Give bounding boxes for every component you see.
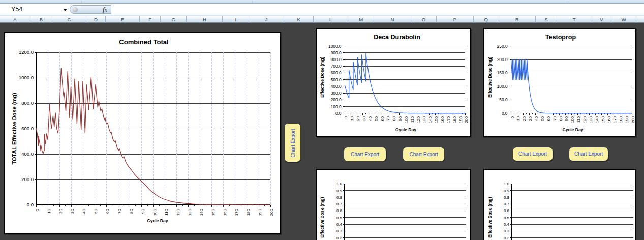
svg-text:200: 200 [464,116,469,123]
svg-text:TOTAL Effective Dose (mg): TOTAL Effective Dose (mg) [11,93,17,165]
svg-text:0.4: 0.4 [504,222,510,227]
svg-text:200: 200 [269,208,274,216]
svg-text:0.6: 0.6 [336,208,343,213]
svg-text:200: 200 [631,116,635,123]
svg-text:100.0: 100.0 [497,84,508,89]
svg-text:0.7: 0.7 [336,202,343,206]
svg-text:1000.0: 1000.0 [19,75,34,80]
svg-text:150: 150 [434,116,439,123]
svg-text:0.0: 0.0 [27,202,34,207]
svg-text:130: 130 [589,116,593,123]
svg-text:20: 20 [522,116,527,121]
svg-text:0.9: 0.9 [336,189,343,193]
svg-text:160: 160 [223,208,227,216]
svg-text:0: 0 [510,116,515,118]
svg-text:100: 100 [404,116,409,123]
svg-text:50.0: 50.0 [499,97,508,102]
svg-text:Effective Dose (mg): Effective Dose (mg) [487,197,493,237]
svg-text:100: 100 [570,116,575,123]
svg-text:0.0: 0.0 [335,111,342,116]
svg-text:50: 50 [540,116,545,121]
svg-text:80: 80 [559,116,563,121]
svg-text:10: 10 [350,116,354,121]
svg-text:20: 20 [58,208,63,213]
svg-text:160: 160 [440,116,445,123]
svg-text:0.5: 0.5 [504,216,510,220]
svg-text:600.0: 600.0 [331,70,342,75]
svg-text:90: 90 [398,116,403,121]
svg-text:Cycle Day: Cycle Day [147,218,168,223]
svg-text:140: 140 [428,116,433,123]
svg-text:190: 190 [625,116,629,123]
svg-text:700.0: 700.0 [331,64,342,69]
svg-text:150: 150 [211,208,216,216]
svg-text:40: 40 [368,116,373,121]
svg-text:200.0: 200.0 [497,57,508,62]
svg-text:Cycle Day: Cycle Day [562,127,583,132]
svg-text:70: 70 [553,116,557,121]
svg-text:0.4: 0.4 [336,222,343,227]
svg-text:30: 30 [70,208,75,213]
svg-text:0.6: 0.6 [504,208,510,213]
svg-text:130: 130 [188,208,192,216]
svg-text:Testoprop: Testoprop [545,34,576,41]
svg-text:150.0: 150.0 [497,70,508,75]
svg-text:0: 0 [35,208,40,211]
svg-text:150: 150 [601,116,605,123]
svg-text:0.7: 0.7 [504,202,510,206]
svg-text:1.0: 1.0 [336,182,343,186]
svg-text:50: 50 [374,116,379,121]
svg-text:1000.0: 1000.0 [328,44,342,49]
svg-text:80: 80 [392,116,396,121]
svg-text:400.0: 400.0 [331,84,342,89]
svg-text:Effective Dose (mg): Effective Dose (mg) [320,56,325,97]
svg-text:110: 110 [164,208,169,215]
svg-text:0.2: 0.2 [504,236,510,240]
svg-text:170: 170 [612,116,617,123]
svg-text:10: 10 [47,208,51,213]
svg-text:0.3: 0.3 [336,229,343,233]
svg-text:180: 180 [452,116,457,123]
svg-text:60: 60 [380,116,385,121]
svg-text:0: 0 [344,116,348,118]
svg-text:90: 90 [564,116,569,121]
svg-text:190: 190 [458,116,463,123]
svg-text:0.9: 0.9 [504,189,510,193]
svg-text:90: 90 [141,208,145,213]
svg-text:0.5: 0.5 [336,216,343,220]
svg-text:120: 120 [416,116,421,123]
svg-text:60: 60 [105,208,110,213]
svg-text:Deca Durabolin: Deca Durabolin [374,34,420,41]
svg-text:110: 110 [410,116,415,123]
svg-text:170: 170 [446,116,451,123]
svg-text:160: 160 [607,116,611,123]
svg-text:20: 20 [356,116,360,121]
svg-text:120: 120 [582,116,587,123]
svg-text:80: 80 [129,208,134,213]
svg-text:110: 110 [576,116,581,123]
svg-text:140: 140 [595,116,599,123]
svg-text:70: 70 [386,116,390,121]
svg-text:600.0: 600.0 [21,126,34,131]
svg-text:50: 50 [94,208,98,213]
svg-text:300.0: 300.0 [331,91,342,96]
svg-text:1.0: 1.0 [504,182,510,186]
svg-text:500.0: 500.0 [331,77,342,82]
svg-text:0.3: 0.3 [504,229,510,233]
svg-text:120: 120 [176,208,180,216]
svg-text:250.0: 250.0 [497,44,508,49]
svg-text:0.8: 0.8 [336,195,343,200]
svg-text:0.2: 0.2 [336,236,343,240]
svg-text:400.0: 400.0 [21,151,34,157]
svg-text:130: 130 [422,116,426,123]
svg-text:190: 190 [258,208,262,216]
svg-text:40: 40 [534,116,539,121]
svg-text:Effective Dose (mg): Effective Dose (mg) [320,197,325,237]
svg-text:180: 180 [246,208,251,216]
svg-text:1200.0: 1200.0 [19,49,34,55]
svg-text:10: 10 [516,116,520,121]
svg-text:800.0: 800.0 [331,57,342,62]
svg-text:800.0: 800.0 [21,100,34,106]
svg-text:30: 30 [528,116,533,121]
svg-text:100.0: 100.0 [331,104,342,109]
